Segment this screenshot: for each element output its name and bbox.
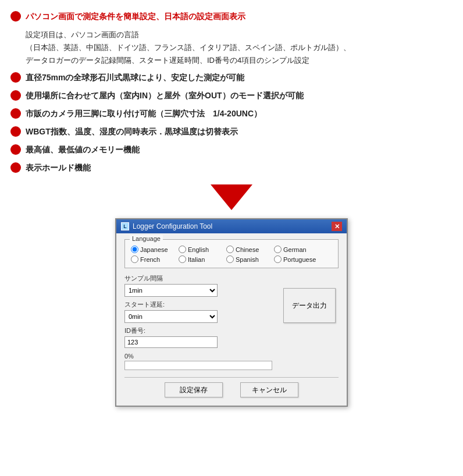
bullet-item-5: WBGT指数、温度、湿度の同時表示．黒球温度は切替表示	[10, 126, 453, 138]
dialog-wrapper: L Logger Configuration Tool ✕ Language J…	[10, 218, 453, 407]
radio-spanish-input[interactable]	[226, 255, 234, 263]
dialog-body: Language Japanese English Chinese	[116, 233, 347, 406]
bullet-text-4: 市販のカメラ用三脚に取り付け可能（三脚穴寸法 1/4-20UNC）	[26, 108, 262, 120]
radio-chinese-input[interactable]	[226, 246, 234, 253]
radio-italian-input[interactable]	[179, 255, 186, 263]
radio-spanish[interactable]: Spanish	[226, 255, 267, 263]
radio-italian[interactable]: Italian	[179, 255, 219, 263]
bullet-item-3: 使用場所に合わせて屋内（室内IN）と屋外（室外OUT）のモード選択が可能	[10, 90, 453, 102]
id-number-label: ID番号:	[124, 326, 272, 335]
radio-portuguese-label: Portuguese	[283, 256, 316, 263]
progress-bar	[124, 361, 272, 370]
start-delay-row: スタート遅延: 0min 5min 10min 30min	[124, 300, 272, 323]
language-row-1: Japanese English Chinese German	[131, 246, 332, 253]
bullet-text-2: 直径75mmの全球形石川式黒球により、安定した測定が可能	[26, 72, 244, 84]
bullet-dot-3	[10, 90, 21, 101]
bullet-item-1: パソコン画面で測定条件を簡単設定、日本語の設定画面表示	[10, 10, 453, 23]
bullet-subtext-1: 設定項目は、パソコン画面の言語 （日本語、英語、中国語、ドイツ語、フランス語、イ…	[10, 29, 453, 67]
radio-japanese[interactable]: Japanese	[131, 246, 172, 253]
bullet-item-6: 最高値、最低値のメモリー機能	[10, 144, 453, 156]
language-row-2: French Italian Spanish Portuguese	[131, 255, 332, 263]
bullet-text-3: 使用場所に合わせて屋内（室内IN）と屋外（室外OUT）のモード選択が可能	[26, 90, 304, 102]
dialog-title-area: L Logger Configuration Tool	[121, 222, 212, 230]
radio-english[interactable]: English	[179, 246, 219, 253]
sample-interval-select[interactable]: 1min 5min 10min 30min 60min	[124, 284, 218, 297]
radio-spanish-label: Spanish	[236, 256, 259, 263]
logger-config-dialog: L Logger Configuration Tool ✕ Language J…	[115, 218, 348, 407]
data-output-button[interactable]: データ出力	[283, 288, 336, 323]
form-right-col: データ出力	[280, 274, 339, 323]
language-group-label: Language	[130, 235, 163, 242]
progress-row: 0%	[124, 353, 272, 370]
arrow-indicator	[10, 184, 453, 210]
language-group: Language Japanese English Chinese	[124, 239, 339, 268]
id-number-input[interactable]	[124, 336, 218, 348]
form-left-col: サンプル間隔 1min 5min 10min 30min 60min スタート遅…	[124, 274, 272, 372]
bullet-text-5: WBGT指数、温度、湿度の同時表示．黒球温度は切替表示	[26, 126, 238, 138]
sample-interval-label: サンプル間隔	[124, 274, 272, 283]
dialog-title-text: Logger Configuration Tool	[133, 222, 212, 230]
bullet-dot-4	[10, 108, 21, 119]
radio-portuguese-input[interactable]	[274, 255, 282, 263]
dialog-footer: 設定保存 キャンセル	[124, 382, 339, 397]
bullet-item-2: 直径75mmの全球形石川式黒球により、安定した測定が可能	[10, 72, 453, 84]
save-settings-button[interactable]: 設定保存	[165, 382, 223, 397]
dialog-app-icon: L	[121, 222, 129, 230]
radio-japanese-label: Japanese	[140, 246, 168, 253]
bullet-text-7: 表示ホールド機能	[26, 162, 91, 174]
id-number-row: ID番号:	[124, 326, 272, 348]
bullet-dot-2	[10, 72, 21, 83]
bullet-dot-1	[10, 11, 21, 22]
radio-english-input[interactable]	[179, 246, 186, 253]
down-arrow-icon	[211, 184, 252, 210]
progress-label: 0%	[124, 353, 272, 360]
bullet-item-4: 市販のカメラ用三脚に取り付け可能（三脚穴寸法 1/4-20UNC）	[10, 108, 453, 120]
radio-french[interactable]: French	[131, 255, 172, 263]
bullet-dot-7	[10, 162, 21, 173]
dialog-close-button[interactable]: ✕	[332, 222, 342, 231]
radio-japanese-input[interactable]	[131, 246, 138, 253]
radio-german-label: German	[283, 246, 307, 253]
bullet-item-7: 表示ホールド機能	[10, 162, 453, 174]
bullet-dot-5	[10, 126, 21, 137]
start-delay-label: スタート遅延:	[124, 300, 272, 309]
content-area: パソコン画面で測定条件を簡単設定、日本語の設定画面表示 設定項目は、パソコン画面…	[10, 10, 453, 174]
sample-interval-row: サンプル間隔 1min 5min 10min 30min 60min	[124, 274, 272, 297]
radio-german[interactable]: German	[274, 246, 315, 253]
bullet-text-1: パソコン画面で測定条件を簡単設定、日本語の設定画面表示	[26, 10, 245, 23]
radio-chinese-label: Chinese	[236, 246, 259, 253]
radio-german-input[interactable]	[274, 246, 282, 253]
cancel-button[interactable]: キャンセル	[240, 382, 298, 397]
form-two-column: サンプル間隔 1min 5min 10min 30min 60min スタート遅…	[124, 274, 339, 372]
dialog-titlebar: L Logger Configuration Tool ✕	[116, 219, 347, 233]
bullet-text-6: 最高値、最低値のメモリー機能	[26, 144, 140, 156]
radio-chinese[interactable]: Chinese	[226, 246, 267, 253]
radio-french-label: French	[140, 256, 160, 263]
radio-portuguese[interactable]: Portuguese	[274, 255, 316, 263]
start-delay-select[interactable]: 0min 5min 10min 30min	[124, 310, 218, 323]
radio-english-label: English	[188, 246, 209, 253]
radio-french-input[interactable]	[131, 255, 138, 263]
bullet-dot-6	[10, 144, 21, 155]
radio-italian-label: Italian	[188, 256, 205, 263]
divider	[124, 377, 339, 378]
